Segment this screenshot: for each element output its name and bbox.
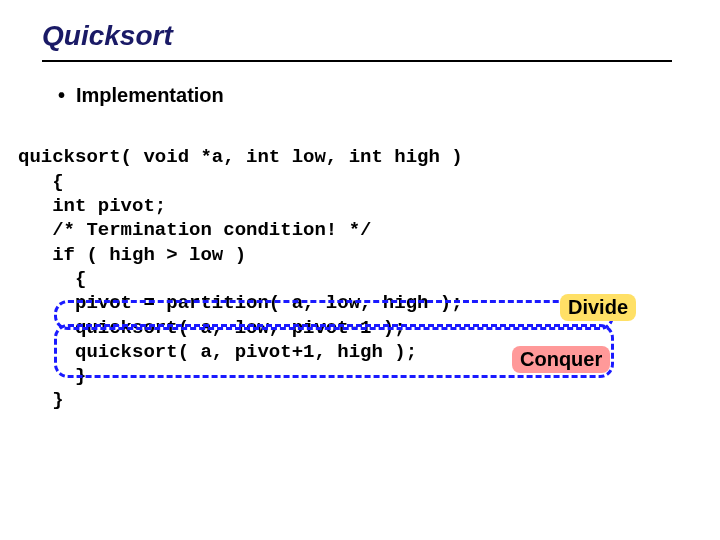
bullet-text: Implementation (76, 84, 224, 106)
code-line: /* Termination condition! */ (18, 219, 371, 241)
title-divider (42, 60, 672, 62)
code-line: { (18, 171, 64, 193)
bullet-dot: • (58, 84, 76, 107)
code-line: if ( high > low ) (18, 244, 246, 266)
slide-title: Quicksort (42, 20, 720, 60)
code-block: quicksort( void *a, int low, int high ) … (18, 121, 720, 437)
code-line: } (18, 389, 64, 411)
divide-label: Divide (560, 294, 636, 321)
code-line: int pivot; (18, 195, 166, 217)
conquer-label: Conquer (512, 346, 610, 373)
bullet-line: •Implementation (58, 84, 720, 107)
code-line: quicksort( void *a, int low, int high ) (18, 146, 463, 168)
slide: Quicksort •Implementation quicksort( voi… (0, 0, 720, 540)
code-line: { (18, 268, 86, 290)
